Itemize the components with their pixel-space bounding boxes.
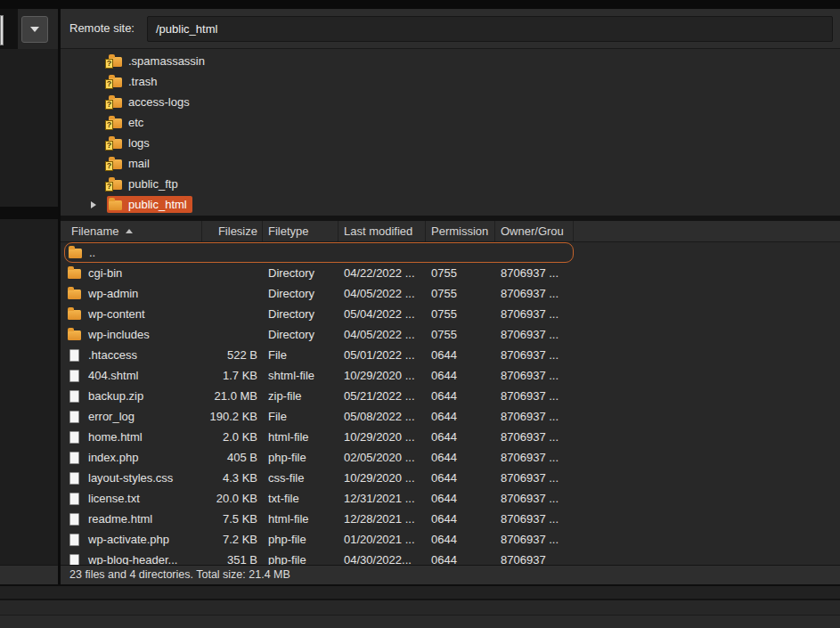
file-row-wp-admin[interactable]: wp-adminDirectory04/05/2022 ...075587069… [64, 283, 840, 304]
permissions: 0644 [426, 512, 495, 526]
filename-cell: index.php [64, 451, 202, 464]
column-header-label: Filesize [218, 221, 257, 241]
folder-question-icon: ? [109, 54, 123, 68]
last-modified: 12/28/2021 ... [338, 512, 426, 526]
permissions: 0644 [426, 492, 495, 505]
window-top-edge [0, 0, 840, 9]
file-row-wp-content[interactable]: wp-contentDirectory05/04/2022 ...0755870… [64, 304, 840, 324]
last-modified: 04/22/2022 ... [338, 266, 426, 280]
remote-site-path-input[interactable]: /public_html [147, 16, 833, 42]
tree-item-label: public_html [128, 198, 187, 211]
remote-site-panel: Remote site: /public_html ?.spamassassin… [61, 9, 840, 584]
filetype: zip-file [263, 389, 338, 403]
folder-question-icon: ? [109, 75, 123, 88]
file-row-error_log[interactable]: error_log190.2 KBFile05/08/2022 ...06448… [64, 406, 840, 427]
remote-directory-tree: ?.spamassassin?.trash?access-logs?etc?lo… [61, 49, 840, 216]
file-row-wp-activate.php[interactable]: wp-activate.php7.2 KBphp-file01/20/2021 … [64, 529, 840, 550]
last-modified: 02/05/2020 ... [338, 451, 426, 464]
column-header-label: Filetype [268, 221, 309, 241]
file-list: ..cgi-binDirectory04/22/2022 ...07558706… [61, 242, 840, 565]
last-modified: 04/05/2022 ... [338, 328, 426, 341]
file-row-wp-includes[interactable]: wp-includesDirectory04/05/2022 ...075587… [64, 324, 840, 345]
filename-cell: wp-admin [64, 287, 202, 300]
filename-cell: wp-activate.php [64, 533, 202, 546]
column-header-filesize[interactable]: Filesize [202, 221, 263, 241]
filename-cell: license.txt [64, 492, 202, 505]
owner-group: 8706937 ... [495, 389, 574, 403]
column-header-permission[interactable]: Permission [426, 221, 495, 241]
question-badge-icon: ? [105, 182, 113, 192]
sort-ascending-icon [126, 229, 133, 233]
filesize: 7.5 KB [202, 512, 263, 526]
owner-group: 8706937 ... [495, 451, 574, 464]
filename-cell: home.html [64, 430, 202, 444]
filename: index.php [88, 451, 138, 464]
permissions: 0644 [426, 369, 495, 382]
filename: wp-includes [88, 328, 150, 341]
file-row-readme.html[interactable]: readme.html7.5 KBhtml-file12/28/2021 ...… [64, 509, 840, 529]
column-header-last-modified[interactable]: Last modified [338, 221, 426, 241]
file-row-license.txt[interactable]: license.txt20.0 KBtxt-file12/31/2021 ...… [64, 488, 840, 509]
expander-icon[interactable] [91, 201, 107, 208]
last-modified: 10/29/2020 ... [338, 369, 426, 382]
column-header-label: Owner/Grou [501, 221, 564, 241]
column-header-filename[interactable]: Filename [61, 221, 202, 241]
owner-group: 8706937 ... [495, 492, 574, 505]
file-row-cgi-bin[interactable]: cgi-binDirectory04/22/2022 ...0755870693… [64, 263, 840, 283]
tree-item-public_ftp[interactable]: ?public_ftp [61, 174, 840, 194]
column-header-filetype[interactable]: Filetype [263, 221, 338, 241]
remote-site-header: Remote site: /public_html [61, 9, 840, 49]
filetype: html-file [263, 512, 338, 526]
folder-icon [68, 307, 82, 321]
file-row-home.html[interactable]: home.html2.0 KBhtml-file10/29/2020 ...06… [64, 427, 840, 447]
permissions: 0644 [426, 348, 495, 362]
filetype: Directory [263, 266, 338, 280]
file-row-404.shtml[interactable]: 404.shtml1.7 KBshtml-file10/29/2020 ...0… [64, 365, 840, 386]
folder-icon [109, 198, 123, 211]
filename: wp-activate.php [88, 533, 169, 546]
filename-cell: readme.html [64, 512, 202, 526]
tree-item-public_html[interactable]: public_html [61, 194, 840, 215]
column-header-owner-grou[interactable]: Owner/Grou [495, 221, 574, 241]
filename: readme.html [88, 512, 152, 526]
tree-item-.trash[interactable]: ?.trash [61, 71, 840, 92]
last-modified: 05/21/2022 ... [338, 389, 426, 403]
filesize: 4.3 KB [202, 471, 263, 485]
filename-cell: error_log [64, 410, 202, 423]
folder-icon [68, 287, 82, 300]
owner-group: 8706937 ... [495, 512, 574, 526]
site-dropdown-button[interactable] [21, 16, 48, 43]
tree-item-mail[interactable]: ?mail [61, 153, 840, 174]
permissions: 0644 [426, 410, 495, 423]
column-header-label: Last modified [344, 221, 412, 241]
question-badge-icon: ? [105, 120, 113, 130]
filetype: Directory [263, 287, 338, 300]
file-row-wp-blog-header...[interactable]: wp-blog-header...351 Bphp-file04/30/2022… [64, 550, 840, 565]
file-row-index.php[interactable]: index.php405 Bphp-file02/05/2020 ...0644… [64, 447, 840, 468]
question-badge-icon: ? [105, 79, 113, 89]
file-row-..[interactable]: .. [64, 242, 574, 263]
empty-panel [0, 586, 840, 599]
tree-item-.spamassassin[interactable]: ?.spamassassin [61, 51, 840, 71]
file-icon [68, 471, 82, 485]
filetype: Directory [263, 307, 338, 321]
left-toolbar-area [0, 9, 58, 49]
filename: .htaccess [88, 348, 137, 362]
tree-item-label: logs [128, 136, 150, 150]
last-modified: 12/31/2021 ... [338, 492, 426, 505]
owner-group: 8706937 ... [495, 410, 574, 423]
tree-item-logs[interactable]: ?logs [61, 133, 840, 153]
tree-item-etc[interactable]: ?etc [61, 112, 840, 133]
file-row-.htaccess[interactable]: .htaccess522 BFile05/01/2022 ...06448706… [64, 345, 840, 365]
filetype: File [263, 348, 338, 362]
file-row-backup.zip[interactable]: backup.zip21.0 MBzip-file05/21/2022 ...0… [64, 386, 840, 406]
filename: error_log [88, 410, 135, 423]
file-row-layout-styles.css[interactable]: layout-styles.css4.3 KBcss-file10/29/202… [64, 468, 840, 488]
folder-question-icon: ? [109, 136, 123, 150]
filename-cell: .. [65, 246, 202, 259]
filename-cell: layout-styles.css [64, 471, 202, 485]
tree-item-access-logs[interactable]: ?access-logs [61, 92, 840, 112]
permissions: 0755 [426, 287, 495, 300]
remote-site-label: Remote site: [69, 21, 135, 35]
filename: license.txt [88, 492, 140, 505]
